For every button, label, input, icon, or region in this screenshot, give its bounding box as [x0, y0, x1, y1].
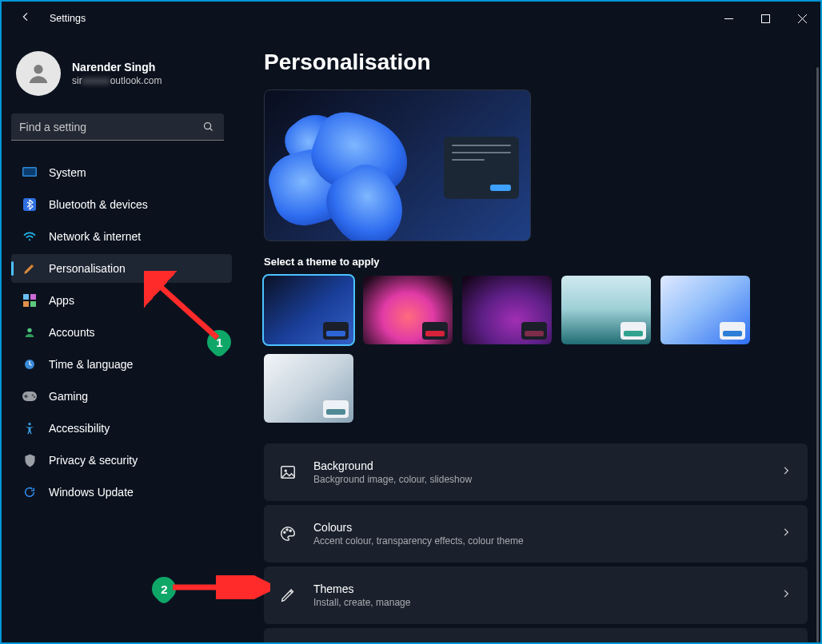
theme-option[interactable] [561, 276, 651, 344]
user-email: sirxxxxxoutlook.com [72, 75, 162, 86]
row-subtitle: Background image, colour, slideshow [313, 474, 780, 485]
theme-section-label: Select a theme to apply [264, 256, 812, 268]
sidebar-item-label: Apps [49, 294, 74, 307]
background-icon [278, 463, 297, 482]
user-name: Narender Singh [72, 61, 162, 74]
page-title: Personalisation [264, 50, 812, 75]
sidebar: Narender Singh sirxxxxxoutlook.com Syste… [2, 35, 241, 642]
theme-option[interactable] [363, 276, 453, 344]
back-icon[interactable] [19, 10, 32, 26]
sidebar-item-label: Privacy & security [49, 454, 138, 467]
svg-rect-13 [23, 301, 29, 307]
svg-point-15 [27, 328, 31, 332]
theme-grid [264, 276, 808, 423]
row-subtitle: Install, create, manage [313, 597, 780, 608]
sidebar-item-label: Gaming [49, 390, 88, 403]
sidebar-item-time-language[interactable]: Time & language [11, 350, 232, 379]
svg-point-24 [286, 529, 288, 531]
row-background[interactable]: Background Background image, colour, sli… [264, 443, 808, 501]
row-subtitle: Accent colour, transparency effects, col… [313, 535, 780, 547]
svg-point-23 [284, 531, 285, 533]
svg-point-25 [289, 530, 291, 531]
theme-option[interactable] [660, 276, 750, 344]
sidebar-item-gaming[interactable]: Gaming [11, 382, 232, 411]
svg-rect-11 [23, 294, 29, 300]
svg-point-22 [285, 470, 287, 472]
bluetooth-icon [22, 197, 37, 212]
sidebar-item-label: Accessibility [49, 422, 110, 435]
scrollbar[interactable] [816, 67, 819, 642]
search-box[interactable] [11, 113, 232, 141]
user-profile[interactable]: Narender Singh sirxxxxxoutlook.com [16, 51, 229, 96]
clock-icon [22, 357, 37, 372]
row-colours[interactable]: Colours Accent colour, transparency effe… [264, 505, 808, 563]
row-title: Background [313, 459, 780, 472]
theme-option[interactable] [264, 354, 353, 423]
svg-rect-12 [30, 294, 36, 300]
theme-option[interactable] [264, 276, 353, 344]
desktop-preview [264, 89, 531, 241]
svg-rect-1 [761, 14, 769, 22]
sidebar-item-apps[interactable]: Apps [11, 286, 232, 315]
shield-icon [22, 453, 37, 467]
theme-option[interactable] [462, 276, 552, 344]
search-input[interactable] [11, 113, 224, 141]
svg-point-5 [205, 123, 211, 129]
sidebar-item-label: System [49, 166, 86, 179]
sidebar-item-label: Network & internet [49, 230, 141, 243]
svg-point-19 [34, 396, 35, 398]
window-title: Settings [50, 13, 86, 24]
themes-icon [278, 586, 297, 605]
sidebar-item-personalisation[interactable]: Personalisation [11, 254, 232, 283]
svg-point-4 [34, 65, 42, 74]
sidebar-item-network[interactable]: Network & internet [11, 222, 232, 251]
chevron-right-icon [780, 588, 792, 602]
update-icon [22, 485, 37, 499]
chevron-right-icon [780, 465, 792, 479]
sidebar-item-accounts[interactable]: Accounts [11, 318, 232, 347]
sidebar-item-label: Bluetooth & devices [49, 198, 148, 211]
sidebar-item-label: Windows Update [49, 486, 134, 499]
svg-line-6 [210, 129, 213, 131]
personalisation-icon [22, 261, 37, 276]
svg-rect-14 [30, 301, 36, 307]
accessibility-icon [22, 421, 37, 435]
colours-icon [278, 524, 297, 543]
sidebar-item-label: Time & language [49, 358, 133, 371]
apps-icon [22, 293, 37, 308]
personalisation-list: Background Background image, colour, sli… [264, 443, 808, 642]
close-button[interactable] [784, 6, 820, 31]
search-icon [202, 121, 214, 136]
svg-rect-8 [24, 169, 36, 176]
row-themes[interactable]: Themes Install, create, manage [264, 566, 808, 624]
minimize-button[interactable] [710, 6, 747, 31]
sidebar-item-accessibility[interactable]: Accessibility [11, 414, 232, 443]
system-icon [22, 165, 37, 180]
sidebar-nav: System Bluetooth & devices Network & int… [11, 158, 232, 507]
sidebar-item-bluetooth[interactable]: Bluetooth & devices [11, 190, 232, 219]
wifi-icon [22, 229, 37, 244]
sidebar-item-system[interactable]: System [11, 158, 232, 187]
svg-point-18 [32, 394, 34, 396]
avatar [16, 51, 61, 96]
sidebar-item-privacy[interactable]: Privacy & security [11, 446, 232, 475]
sidebar-item-label: Personalisation [49, 262, 126, 275]
accounts-icon [22, 325, 37, 340]
gaming-icon [22, 389, 37, 403]
sidebar-item-windows-update[interactable]: Windows Update [11, 478, 232, 507]
svg-point-20 [28, 423, 30, 425]
chevron-right-icon [780, 527, 792, 541]
row-title: Themes [313, 582, 780, 595]
titlebar: Settings [2, 2, 820, 35]
row-title: Colours [313, 521, 780, 534]
sidebar-item-label: Accounts [49, 326, 95, 339]
maximize-button[interactable] [747, 6, 784, 31]
row-lock-screen[interactable]: Lock screen [264, 628, 808, 642]
main-content: Personalisation Select a theme to apply [241, 35, 820, 642]
preview-window-mock [444, 137, 519, 199]
svg-point-10 [29, 239, 30, 241]
wallpaper-bloom [264, 103, 425, 241]
